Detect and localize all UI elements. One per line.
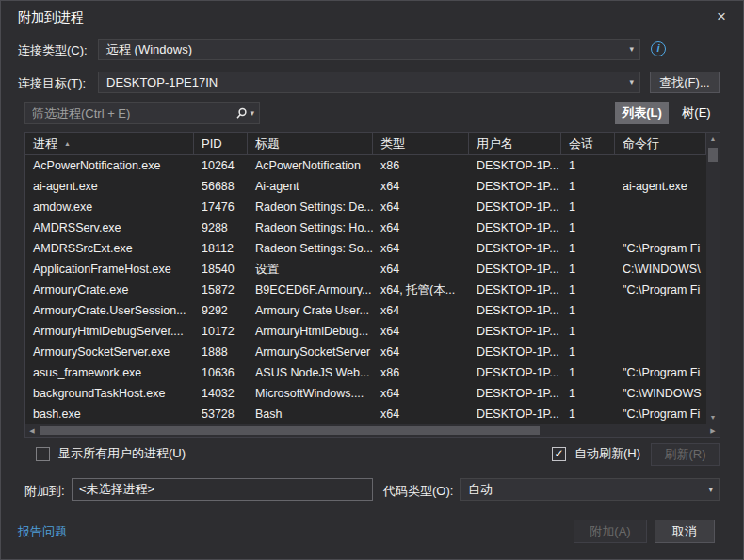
table-cell: bash.exe bbox=[25, 404, 194, 424]
show-all-users-label: 显示所有用户的进程(U) bbox=[58, 445, 186, 462]
table-cell: 1 bbox=[561, 238, 615, 259]
table-cell: ArmouryCrate.UserSession... bbox=[25, 300, 194, 321]
table-cell: AcPowerNotification.exe bbox=[25, 155, 194, 176]
find-button[interactable]: 查找(F)... bbox=[650, 72, 720, 93]
table-cell: 14032 bbox=[194, 383, 248, 404]
table-cell bbox=[615, 197, 706, 217]
table-cell: 10264 bbox=[194, 155, 248, 176]
table-cell: AcPowerNotification bbox=[248, 155, 373, 176]
list-view-button[interactable]: 列表(L) bbox=[615, 102, 669, 124]
table-cell: DESKTOP-1P... bbox=[469, 321, 561, 342]
column-header-7[interactable]: 命令行 bbox=[615, 133, 706, 154]
column-header-label: 命令行 bbox=[623, 136, 659, 151]
cancel-button[interactable]: 取消 bbox=[655, 520, 715, 543]
column-header-6[interactable]: 会话 bbox=[561, 133, 615, 154]
table-cell: 1 bbox=[561, 342, 615, 362]
attach-to-process-dialog: 附加到进程 × 连接类型(C): 远程 (Windows) ▾ i 连接目标(T… bbox=[0, 0, 744, 560]
scroll-left-button[interactable]: ◀ bbox=[25, 424, 39, 437]
column-header-2[interactable]: PID bbox=[194, 133, 248, 154]
table-cell: ArmouryCrate.exe bbox=[25, 280, 194, 300]
horizontal-scrollbar[interactable]: ◀ ▶ bbox=[25, 424, 720, 437]
table-cell: 设置 bbox=[248, 259, 373, 280]
filter-input[interactable] bbox=[25, 106, 235, 120]
table-cell: x64 bbox=[373, 404, 469, 424]
column-header-4[interactable]: 类型 bbox=[373, 133, 469, 154]
chevron-down-icon: ▾ bbox=[708, 479, 713, 500]
table-cell: x64, 托管(本... bbox=[373, 280, 469, 300]
table-row[interactable]: backgroundTaskHost.exe14032MicrosoftWind… bbox=[25, 383, 706, 404]
table-cell: 18112 bbox=[194, 238, 248, 259]
table-cell: ArmourySocketServer bbox=[248, 342, 373, 362]
scroll-down-button[interactable]: ▼ bbox=[706, 411, 720, 424]
connection-target-value: DESKTOP-1PE17IN bbox=[106, 75, 218, 89]
column-header-1[interactable]: 进程▲ bbox=[25, 133, 194, 154]
show-all-users-checkbox[interactable] bbox=[36, 447, 50, 461]
column-header-5[interactable]: 用户名 bbox=[469, 133, 561, 154]
table-row[interactable]: AcPowerNotification.exe10264AcPowerNotif… bbox=[25, 155, 706, 176]
table-row[interactable]: ArmouryCrate.UserSession...9292Armoury C… bbox=[25, 300, 706, 321]
table-cell bbox=[615, 300, 706, 321]
table-cell: B9ECED6F.Armoury... bbox=[248, 280, 373, 300]
table-cell bbox=[615, 342, 706, 362]
info-icon[interactable]: i bbox=[651, 41, 666, 56]
table-row[interactable]: ArmouryCrate.exe15872B9ECED6F.Armoury...… bbox=[25, 280, 706, 300]
table-cell: amdow.exe bbox=[25, 197, 194, 217]
table-cell: ArmouryHtmlDebug... bbox=[248, 321, 373, 342]
horizontal-scrollbar-thumb[interactable] bbox=[40, 426, 540, 435]
table-cell: AMDRSServ.exe bbox=[25, 217, 194, 238]
refresh-button[interactable]: 刷新(R) bbox=[651, 443, 720, 466]
table-row[interactable]: AMDRSServ.exe9288Radeon Settings: Ho...x… bbox=[25, 217, 706, 238]
table-cell: DESKTOP-1P... bbox=[469, 217, 561, 238]
table-cell: "C:\Program Fi bbox=[615, 280, 706, 300]
table-cell: ai-agent.exe bbox=[615, 176, 706, 197]
process-table: 进程▲PID标题类型用户名会话命令行 AcPowerNotification.e… bbox=[24, 132, 720, 438]
table-cell bbox=[615, 155, 706, 176]
table-row[interactable]: ArmourySocketServer.exe1888ArmourySocket… bbox=[25, 342, 706, 362]
vertical-scrollbar[interactable]: ▲ ▼ bbox=[706, 133, 720, 424]
table-row[interactable]: amdow.exe17476Radeon Settings: De...x64D… bbox=[25, 197, 706, 217]
table-cell: 1 bbox=[561, 383, 615, 404]
connection-target-label: 连接目标(T): bbox=[18, 75, 86, 92]
connection-type-combobox[interactable]: 远程 (Windows) ▾ bbox=[98, 39, 640, 60]
table-cell: 53728 bbox=[194, 404, 248, 424]
table-cell: Armoury Crate User... bbox=[248, 300, 373, 321]
table-cell: DESKTOP-1P... bbox=[469, 280, 561, 300]
table-cell: x64 bbox=[373, 342, 469, 362]
column-header-3[interactable]: 标题 bbox=[248, 133, 373, 154]
search-icon[interactable] bbox=[235, 107, 248, 120]
table-cell: ai-agent.exe bbox=[25, 176, 194, 197]
table-cell: x64 bbox=[373, 238, 469, 259]
connection-type-label: 连接类型(C): bbox=[18, 42, 88, 59]
table-cell: C:\WINDOWS\ bbox=[615, 259, 706, 280]
attach-button[interactable]: 附加(A) bbox=[574, 520, 647, 543]
code-type-combobox[interactable]: 自动 ▾ bbox=[460, 478, 720, 501]
table-cell: ArmouryHtmlDebugServer.... bbox=[25, 321, 194, 342]
report-problem-link[interactable]: 报告问题 bbox=[18, 523, 67, 540]
table-cell: 17476 bbox=[194, 197, 248, 217]
scroll-up-button[interactable]: ▲ bbox=[706, 133, 720, 146]
table-cell: "C:\Program Fi bbox=[615, 404, 706, 424]
column-header-label: 标题 bbox=[255, 136, 280, 151]
connection-target-combobox[interactable]: DESKTOP-1PE17IN ▾ bbox=[98, 72, 640, 93]
table-row[interactable]: ApplicationFrameHost.exe18540设置x64DESKTO… bbox=[25, 259, 706, 280]
table-row[interactable]: ArmouryHtmlDebugServer....10172ArmouryHt… bbox=[25, 321, 706, 342]
table-cell: 9292 bbox=[194, 300, 248, 321]
vertical-scrollbar-thumb[interactable] bbox=[708, 148, 718, 162]
table-row[interactable]: bash.exe53728Bashx64DESKTOP-1P...1"C:\Pr… bbox=[25, 404, 706, 424]
table-cell bbox=[615, 217, 706, 238]
table-row[interactable]: AMDRSSrcExt.exe18112Radeon Settings: So.… bbox=[25, 238, 706, 259]
attach-to-field[interactable]: <未选择进程> bbox=[72, 478, 373, 501]
table-cell: x64 bbox=[373, 321, 469, 342]
tree-view-button[interactable]: 树(E) bbox=[673, 102, 720, 124]
table-cell: x86 bbox=[373, 362, 469, 383]
table-row[interactable]: asus_framework.exe10636ASUS NodeJS Web..… bbox=[25, 362, 706, 383]
dialog-title: 附加到进程 bbox=[18, 9, 84, 26]
close-icon[interactable]: × bbox=[709, 5, 734, 29]
table-cell: 1 bbox=[561, 176, 615, 197]
table-row[interactable]: ai-agent.exe56688Ai-agentx64DESKTOP-1P..… bbox=[25, 176, 706, 197]
table-header-row: 进程▲PID标题类型用户名会话命令行 bbox=[25, 133, 706, 155]
auto-refresh-checkbox[interactable]: ✓ bbox=[552, 447, 566, 461]
chevron-down-icon[interactable]: ▾ bbox=[250, 108, 254, 118]
code-type-label: 代码类型(O): bbox=[383, 483, 453, 500]
scroll-right-button[interactable]: ▶ bbox=[706, 424, 720, 437]
